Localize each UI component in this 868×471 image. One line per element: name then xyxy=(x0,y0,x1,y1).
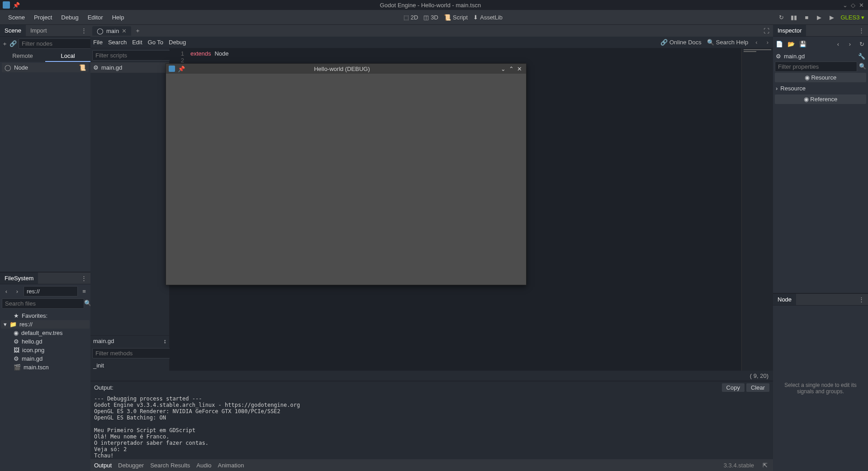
mode-2d[interactable]: ⬚2D xyxy=(403,14,418,21)
mode-script[interactable]: 📜Script xyxy=(444,14,468,21)
menu-help[interactable]: Help xyxy=(108,11,129,24)
maximize-icon[interactable]: ⌃ xyxy=(507,66,515,72)
expand-panel-icon[interactable]: ⇱ xyxy=(760,461,769,470)
tab-node[interactable]: Node xyxy=(773,294,796,305)
scene-tab-main[interactable]: ◯ main ✕ xyxy=(92,26,131,36)
history-fwd-icon[interactable]: › xyxy=(845,39,854,48)
load-resource-icon[interactable]: 📂 xyxy=(787,39,796,48)
tab-debugger[interactable]: Debugger xyxy=(118,462,144,469)
inspector-dock-menu-icon[interactable]: ⋮ xyxy=(855,25,868,36)
save-resource-icon[interactable]: 💾 xyxy=(798,39,807,48)
fs-file[interactable]: ⚙main.gd xyxy=(1,354,90,363)
tab-import[interactable]: Import xyxy=(26,25,52,36)
output-text[interactable]: --- Debugging process started --- Godot … xyxy=(90,394,773,459)
tab-filesystem[interactable]: FileSystem xyxy=(0,273,38,284)
history-icon[interactable]: ↻ xyxy=(857,39,866,48)
script-nav-back-icon[interactable]: ‹ xyxy=(754,39,759,46)
filter-nodes-input[interactable] xyxy=(19,38,101,49)
renderer-dropdown[interactable]: GLES3 ▾ xyxy=(840,14,864,21)
maximize-icon[interactable]: ◇ xyxy=(849,2,857,9)
minimize-icon[interactable]: ⌄ xyxy=(499,66,507,72)
pin-icon[interactable]: 📌 xyxy=(178,66,185,72)
fs-root[interactable]: ▾📁res:// xyxy=(1,320,90,329)
new-resource-icon[interactable]: 📄 xyxy=(775,39,784,48)
menu-project[interactable]: Project xyxy=(29,11,57,24)
minimize-icon[interactable]: ⌄ xyxy=(841,2,849,9)
filter-scripts-input[interactable] xyxy=(92,50,175,61)
image-icon: 🖼 xyxy=(14,347,19,353)
category-resource-expand[interactable]: ›Resource xyxy=(775,83,866,94)
filter-methods-input[interactable] xyxy=(92,348,175,358)
gdscript-icon: ⚙ xyxy=(14,355,19,362)
gdscript-icon: ⚙ xyxy=(14,338,19,345)
new-tab-icon[interactable]: ＋ xyxy=(133,26,142,35)
tab-audio[interactable]: Audio xyxy=(196,462,211,469)
script-menu-edit[interactable]: Edit xyxy=(132,39,142,46)
mode-3d[interactable]: ◫3D xyxy=(423,14,438,21)
reload-icon[interactable]: ↻ xyxy=(777,13,785,21)
fs-file[interactable]: 🖼icon.png xyxy=(1,346,90,354)
method-item[interactable]: _init xyxy=(90,360,169,371)
scene-dock-header: Scene Import ⋮ xyxy=(0,25,90,37)
script-menu-goto[interactable]: Go To xyxy=(148,39,163,46)
tab-output[interactable]: Output xyxy=(94,462,112,469)
script-menu-debug[interactable]: Debug xyxy=(169,39,186,46)
fs-search-input[interactable] xyxy=(2,298,84,309)
method-list-header[interactable]: main.gd↕ xyxy=(90,336,169,346)
menu-editor[interactable]: Editor xyxy=(83,11,108,24)
tab-local[interactable]: Local xyxy=(45,51,90,62)
inspector-resource[interactable]: ⚙ main.gd 🔧 xyxy=(775,51,866,61)
script-menu-search[interactable]: Search xyxy=(108,39,127,46)
game-debug-window[interactable]: 📌 Hello-world (DEBUG) ⌄ ⌃ ✕ xyxy=(166,63,526,285)
tab-scene[interactable]: Scene xyxy=(0,25,26,36)
scene-root-node[interactable]: ◯ Node 📜 xyxy=(2,63,89,72)
play-custom-icon[interactable]: ▶ xyxy=(828,13,836,21)
play-scene-icon[interactable]: ▶ xyxy=(815,13,823,21)
close-tab-icon[interactable]: ✕ xyxy=(122,28,127,34)
filter-properties-input[interactable] xyxy=(775,61,857,72)
fs-back-icon[interactable]: ‹ xyxy=(2,287,11,296)
online-docs-link[interactable]: 🔗Online Docs xyxy=(660,39,702,46)
node-dock-menu-icon[interactable]: ⋮ xyxy=(855,294,868,305)
fs-split-icon[interactable]: ≡ xyxy=(80,287,89,296)
link-icon[interactable]: 🔗 xyxy=(9,39,17,48)
tab-inspector[interactable]: Inspector xyxy=(773,25,806,36)
sort-icon[interactable]: ↕ xyxy=(164,338,167,344)
fs-file[interactable]: ◉default_env.tres xyxy=(1,329,90,337)
bottom-panel-tabs: Output Debugger Search Results Audio Ani… xyxy=(90,459,773,471)
minimap[interactable] xyxy=(741,48,773,371)
pin-icon[interactable]: 📌 xyxy=(13,2,20,9)
close-icon[interactable]: ✕ xyxy=(857,2,865,9)
fs-file[interactable]: ⚙hello.gd xyxy=(1,337,90,346)
fs-path[interactable]: res:// xyxy=(24,286,78,297)
category-resource-button[interactable]: ◉ Resource xyxy=(775,73,866,82)
node-script-icon[interactable]: 📜 xyxy=(79,64,86,71)
category-reference-button[interactable]: ◉ Reference xyxy=(775,94,866,104)
distraction-free-icon[interactable]: ⛶ xyxy=(762,26,771,36)
pause-icon[interactable]: ▮▮ xyxy=(790,13,798,21)
history-back-icon[interactable]: ‹ xyxy=(834,39,843,48)
fs-dock-menu-icon[interactable]: ⋮ xyxy=(77,273,90,283)
search-help-link[interactable]: 🔍Search Help xyxy=(707,39,749,46)
mode-assetlib[interactable]: ⬇AssetLib xyxy=(473,14,503,21)
debug-window-titlebar[interactable]: 📌 Hello-world (DEBUG) ⌄ ⌃ ✕ xyxy=(166,64,526,74)
tool-icon[interactable]: 🔧 xyxy=(858,53,865,60)
menu-debug[interactable]: Debug xyxy=(57,11,83,24)
fs-fwd-icon[interactable]: › xyxy=(13,287,22,296)
copy-button[interactable]: Copy xyxy=(722,383,745,392)
menu-scene[interactable]: Scene xyxy=(4,11,29,24)
stop-icon[interactable]: ■ xyxy=(802,13,811,21)
tab-search-results[interactable]: Search Results xyxy=(150,462,190,469)
fs-favorites[interactable]: ★Favorites: xyxy=(1,311,90,320)
add-node-icon[interactable]: ＋ xyxy=(2,39,8,48)
script-list-item[interactable]: ⚙main.gd xyxy=(90,62,169,73)
tab-remote[interactable]: Remote xyxy=(0,51,45,62)
clear-button[interactable]: Clear xyxy=(746,383,769,392)
fs-file[interactable]: 🎬main.tscn xyxy=(1,363,90,372)
scene-dock-menu-icon[interactable]: ⋮ xyxy=(77,25,90,36)
script-menu-file[interactable]: File xyxy=(93,39,103,46)
search-icon[interactable]: 🔍 xyxy=(859,61,866,71)
tab-animation[interactable]: Animation xyxy=(218,462,244,469)
close-icon[interactable]: ✕ xyxy=(515,66,523,72)
script-nav-fwd-icon[interactable]: › xyxy=(765,39,770,46)
